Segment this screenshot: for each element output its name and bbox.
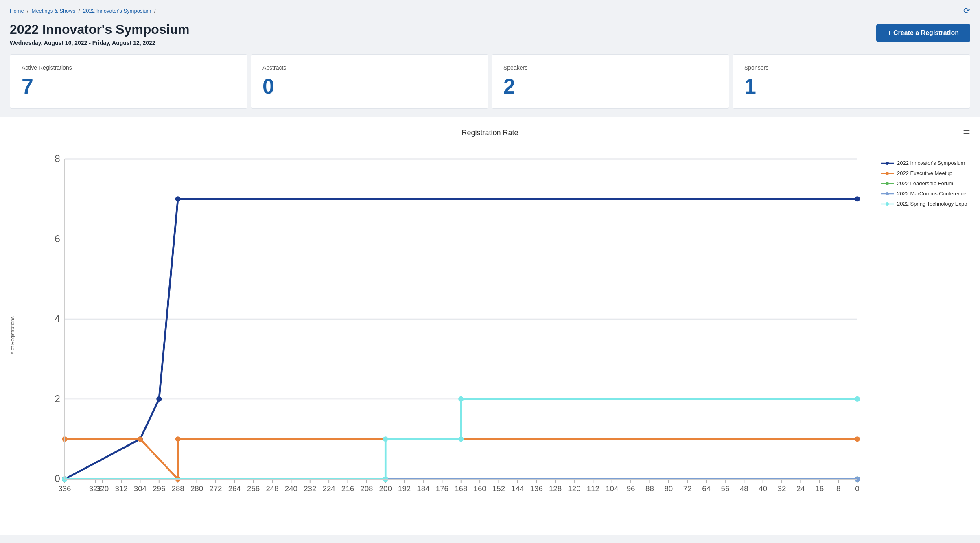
- svg-text:224: 224: [323, 484, 335, 493]
- svg-point-112: [383, 436, 388, 442]
- svg-text:80: 80: [664, 484, 673, 493]
- legend-line-icon: [881, 192, 894, 196]
- svg-text:240: 240: [285, 484, 298, 493]
- stat-value: 1: [744, 76, 958, 97]
- legend-label: 2022 Leadership Forum: [897, 180, 953, 186]
- stat-label: Active Registrations: [22, 64, 236, 71]
- svg-text:264: 264: [228, 484, 241, 493]
- svg-text:248: 248: [266, 484, 278, 493]
- stat-card: Sponsors 1: [733, 54, 970, 109]
- svg-text:136: 136: [530, 484, 543, 493]
- legend-label: 2022 Executive Meetup: [897, 170, 952, 176]
- breadcrumb-sep2: /: [79, 8, 80, 14]
- svg-point-100: [855, 196, 860, 201]
- stat-label: Sponsors: [744, 64, 958, 71]
- breadcrumb-sep3: /: [154, 8, 156, 14]
- breadcrumb-section[interactable]: Meetings & Shows: [32, 8, 76, 14]
- svg-text:104: 104: [606, 484, 618, 493]
- svg-text:296: 296: [153, 484, 165, 493]
- svg-text:288: 288: [172, 484, 184, 493]
- svg-text:128: 128: [549, 484, 562, 493]
- svg-text:6: 6: [55, 233, 60, 244]
- svg-text:192: 192: [398, 484, 411, 493]
- svg-text:112: 112: [587, 484, 599, 493]
- svg-text:32: 32: [778, 484, 786, 493]
- svg-point-127: [886, 202, 889, 206]
- svg-text:120: 120: [568, 484, 580, 493]
- svg-text:16: 16: [815, 484, 824, 493]
- svg-point-114: [458, 396, 464, 402]
- svg-point-98: [156, 396, 162, 402]
- svg-text:2: 2: [55, 393, 60, 404]
- svg-point-119: [886, 162, 889, 165]
- svg-text:304: 304: [134, 484, 147, 493]
- svg-text:96: 96: [627, 484, 635, 493]
- legend-item: 2022 Executive Meetup: [881, 170, 970, 176]
- svg-text:88: 88: [645, 484, 654, 493]
- chart-section: Registration Rate ☰ # of Registrations 0…: [0, 117, 980, 535]
- breadcrumb-page[interactable]: 2022 Innovator's Symposium: [83, 8, 151, 14]
- chart-title: Registration Rate ☰: [10, 129, 970, 137]
- svg-text:312: 312: [115, 484, 127, 493]
- legend-line-icon: [881, 182, 894, 186]
- svg-point-99: [175, 196, 181, 201]
- svg-text:168: 168: [455, 484, 467, 493]
- chart-container: # of Registrations 024683363233203123042…: [10, 144, 970, 527]
- svg-text:72: 72: [683, 484, 692, 493]
- registration-rate-chart: 0246833632332031230429628828027226425624…: [34, 144, 873, 510]
- svg-text:216: 216: [341, 484, 354, 493]
- svg-point-105: [855, 436, 860, 442]
- svg-point-121: [886, 172, 889, 175]
- svg-text:200: 200: [379, 484, 392, 493]
- svg-text:152: 152: [492, 484, 505, 493]
- legend-line-icon: [881, 202, 894, 206]
- stat-card: Speakers 2: [492, 54, 729, 109]
- chart-legend: 2022 Innovator's Symposium 2022 Executiv…: [881, 144, 970, 211]
- chart-y-label: # of Registrations: [10, 316, 15, 354]
- legend-label: 2022 MarComms Conference: [897, 190, 967, 197]
- svg-point-104: [175, 436, 181, 442]
- svg-text:0: 0: [55, 473, 60, 484]
- svg-text:320: 320: [96, 484, 109, 493]
- svg-text:280: 280: [190, 484, 203, 493]
- legend-item: 2022 Innovator's Symposium: [881, 160, 970, 166]
- legend-item: 2022 Leadership Forum: [881, 180, 970, 186]
- svg-text:40: 40: [759, 484, 767, 493]
- stat-value: 7: [22, 76, 236, 97]
- stat-label: Speakers: [503, 64, 718, 71]
- legend-label: 2022 Spring Technology Expo: [897, 201, 967, 207]
- svg-text:336: 336: [58, 484, 71, 493]
- breadcrumb-home[interactable]: Home: [10, 8, 24, 14]
- svg-point-113: [458, 436, 464, 442]
- legend-line-icon: [881, 161, 894, 165]
- svg-text:272: 272: [209, 484, 222, 493]
- breadcrumb-sep1: /: [27, 8, 28, 14]
- svg-point-123: [886, 182, 889, 185]
- svg-text:232: 232: [304, 484, 316, 493]
- legend-line-icon: [881, 171, 894, 175]
- legend-label: 2022 Innovator's Symposium: [897, 160, 965, 166]
- stats-row: Active Registrations 7 Abstracts 0 Speak…: [0, 54, 980, 109]
- chart-menu-icon[interactable]: ☰: [963, 129, 970, 138]
- svg-text:208: 208: [360, 484, 373, 493]
- svg-point-115: [855, 396, 860, 402]
- svg-text:0: 0: [855, 484, 859, 493]
- svg-point-125: [886, 192, 889, 195]
- svg-text:4: 4: [55, 313, 60, 324]
- create-registration-button[interactable]: + Create a Registration: [876, 24, 970, 42]
- svg-point-102: [138, 436, 143, 442]
- svg-text:24: 24: [796, 484, 805, 493]
- legend-item: 2022 Spring Technology Expo: [881, 201, 970, 207]
- stat-card: Active Registrations 7: [10, 54, 247, 109]
- svg-text:144: 144: [511, 484, 524, 493]
- stat-card: Abstracts 0: [251, 54, 488, 109]
- date-range: Wednesday, August 10, 2022 - Friday, Aug…: [10, 39, 190, 46]
- svg-text:8: 8: [836, 484, 840, 493]
- stat-value: 2: [503, 76, 718, 97]
- refresh-icon[interactable]: ⟳: [963, 6, 970, 15]
- stat-value: 0: [262, 76, 477, 97]
- svg-text:48: 48: [740, 484, 748, 493]
- svg-text:8: 8: [55, 153, 60, 164]
- svg-text:256: 256: [247, 484, 260, 493]
- svg-text:184: 184: [417, 484, 429, 493]
